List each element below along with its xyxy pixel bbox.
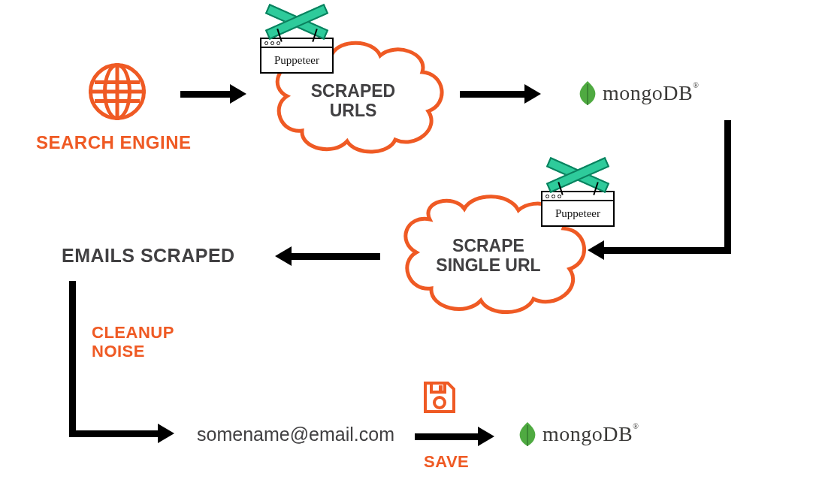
scraped-urls-line2: URLS [255, 101, 451, 120]
arrow-scrape-to-emails [275, 246, 380, 266]
scrape-single-line1: SCRAPE [383, 236, 594, 255]
arrow-scraped-to-mongo [460, 84, 542, 104]
puppeteer-icon-bottom: Puppeteer [541, 191, 615, 227]
svg-rect-1 [439, 385, 443, 391]
arrow-sample-to-mongo [415, 427, 496, 446]
arrow-search-to-scraped [180, 84, 248, 104]
mongodb-label-top: mongoDB® [603, 81, 699, 105]
puppeteer-icon-top: Puppeteer [260, 38, 334, 74]
puppeteer-label-top: Puppeteer [261, 48, 332, 72]
save-label: SAVE [424, 452, 469, 472]
emails-scraped-label: EMAILS SCRAPED [62, 245, 235, 267]
scraped-urls-line1: SCRAPED [255, 81, 451, 101]
save-icon [422, 380, 457, 415]
email-sample-text: somename@email.com [197, 424, 394, 445]
mongodb-leaf-icon-bottom [517, 421, 538, 451]
puppeteer-label-bottom: Puppeteer [542, 201, 613, 225]
globe-icon [89, 63, 146, 120]
cleanup-noise-label: CLEANUP NOISE [92, 323, 174, 361]
arrow-emails-to-sample [69, 281, 189, 454]
mongodb-leaf-icon-top [577, 80, 598, 110]
svg-point-2 [434, 397, 445, 408]
svg-rect-0 [431, 383, 445, 392]
scrape-single-line2: SINGLE URL [383, 255, 594, 275]
search-engine-label: SEARCH ENGINE [36, 132, 192, 153]
mongodb-label-bottom: mongoDB® [542, 422, 639, 446]
